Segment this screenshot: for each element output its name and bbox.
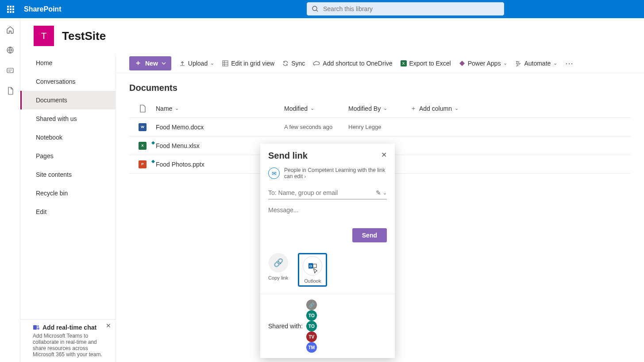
sync-icon — [282, 60, 289, 66]
chevron-down-icon — [162, 61, 166, 66]
search-box[interactable] — [307, 2, 504, 16]
home-icon[interactable] — [6, 25, 15, 34]
excel-icon: X — [401, 60, 407, 66]
promo-panel: ✕ Add real-time chat Add Microsoft Teams… — [20, 319, 116, 362]
upload-button[interactable]: Upload ⌄ — [179, 60, 214, 67]
onedrive-icon — [313, 61, 320, 66]
scope-icon: ✉ — [268, 167, 280, 179]
app-launcher-icon[interactable] — [0, 0, 21, 18]
nav-item-shared-with-us[interactable]: Shared with us — [20, 109, 116, 128]
doc-icon — [139, 105, 146, 113]
ppt-file-icon: P — [139, 160, 147, 168]
shared-with-label: Shared with: — [268, 323, 303, 330]
outlook-icon: O — [303, 256, 322, 276]
search-icon — [312, 5, 319, 12]
new-button[interactable]: ＋ New — [129, 56, 171, 70]
col-name-header[interactable]: Name⌄ — [156, 105, 284, 112]
word-file-icon: W — [139, 123, 147, 131]
nav-item-documents[interactable]: Documents — [20, 91, 116, 109]
svg-rect-3 — [7, 68, 13, 73]
file-name[interactable]: Food Memo.docx — [156, 124, 204, 131]
powerapps-icon — [459, 60, 465, 66]
copy-link-button[interactable]: 🔗 Copy link — [268, 253, 288, 287]
promo-title[interactable]: Add real-time chat — [42, 324, 96, 331]
news-icon[interactable] — [6, 66, 15, 75]
library-title: Documents — [116, 73, 644, 99]
upload-icon — [179, 60, 185, 66]
shared-chip[interactable]: TO — [306, 310, 317, 321]
nav-item-pages[interactable]: Pages — [20, 147, 116, 165]
svg-rect-9 — [223, 61, 228, 66]
shared-chip[interactable]: TV — [306, 331, 317, 342]
excel-file-icon: X — [139, 142, 147, 150]
automate-icon — [515, 60, 521, 66]
power-apps-button[interactable]: Power Apps ⌄ — [459, 60, 508, 67]
shared-with-row: Shared with: 🔗TOTOTVTM — [260, 294, 395, 358]
col-modified-header[interactable]: Modified⌄ — [284, 105, 348, 112]
site-header: T TestSite — [20, 18, 644, 54]
svg-rect-14 — [313, 264, 316, 268]
svg-text:O: O — [309, 264, 312, 268]
search-input[interactable] — [323, 5, 499, 12]
add-column-button[interactable]: ＋Add column⌄ — [410, 105, 631, 113]
message-input[interactable] — [268, 206, 387, 221]
globe-icon[interactable] — [6, 46, 15, 54]
table-header: Name⌄ Modified⌄ Modified By⌄ ＋Add column… — [129, 99, 631, 118]
dialog-title: Send link — [268, 151, 308, 161]
shared-chip[interactable]: TM — [306, 342, 317, 353]
nav-item-site-contents[interactable]: Site contents — [20, 165, 116, 184]
promo-body: Add Microsoft Teams to collaborate in re… — [33, 333, 110, 358]
site-logo: T — [34, 26, 54, 46]
pencil-icon[interactable]: ✎ — [376, 189, 381, 196]
outlook-button[interactable]: O Outlook — [298, 253, 327, 287]
modifiedby-cell: Henry Legge — [348, 124, 410, 130]
file-name[interactable]: Food Menu.xlsx — [156, 142, 200, 149]
svg-point-0 — [312, 6, 317, 11]
close-icon[interactable]: ✕ — [381, 151, 387, 159]
more-button[interactable]: ⋯ — [565, 58, 574, 68]
svg-line-1 — [316, 10, 318, 12]
link-icon: 🔗 — [269, 253, 288, 272]
shared-chip[interactable]: 🔗 — [306, 300, 317, 310]
close-icon[interactable]: ✕ — [106, 322, 111, 329]
command-bar: ＋ New Upload ⌄ Edit in grid view — [116, 54, 644, 73]
file-icon[interactable] — [6, 86, 15, 95]
nav-item-recycle-bin[interactable]: Recycle bin — [20, 184, 116, 202]
table-row[interactable]: WFood Memo.docxA few seconds agoHenry Le… — [129, 118, 631, 136]
brand-label: SharePoint — [24, 5, 61, 13]
top-bar: SharePoint — [0, 0, 644, 18]
col-modifiedby-header[interactable]: Modified By⌄ — [348, 105, 410, 112]
svg-point-7 — [37, 325, 39, 327]
nav-item-conversations[interactable]: Conversations — [20, 72, 116, 91]
chevron-down-icon[interactable]: ⌄ — [383, 190, 387, 196]
recipient-input[interactable] — [268, 187, 376, 199]
edit-grid-button[interactable]: Edit in grid view — [222, 60, 274, 67]
shortcut-button[interactable]: Add shortcut to OneDrive — [313, 60, 392, 67]
file-name[interactable]: Food Photos.pptx — [156, 161, 204, 168]
icon-rail — [0, 18, 20, 362]
left-nav: HomeConversationsDocumentsShared with us… — [20, 54, 116, 362]
shared-chip[interactable]: TO — [306, 321, 317, 331]
send-button[interactable]: Send — [352, 228, 387, 242]
send-link-dialog: Send link ✕ ✉ People in Competent Learni… — [260, 144, 395, 358]
grid-icon — [222, 60, 228, 66]
nav-item-edit[interactable]: Edit — [20, 202, 116, 221]
site-title: TestSite — [62, 29, 106, 43]
teams-icon — [33, 324, 40, 331]
automate-button[interactable]: Automate ⌄ — [515, 60, 557, 67]
nav-item-notebook[interactable]: Notebook — [20, 128, 116, 147]
export-excel-button[interactable]: X Export to Excel — [401, 60, 451, 67]
svg-rect-8 — [37, 327, 39, 330]
link-scope-selector[interactable]: ✉ People in Competent Learning with the … — [260, 164, 395, 184]
nav-item-home[interactable]: Home — [20, 54, 116, 72]
svg-rect-6 — [33, 325, 37, 330]
modified-cell: A few seconds ago — [284, 124, 348, 130]
sync-button[interactable]: Sync — [282, 60, 305, 67]
